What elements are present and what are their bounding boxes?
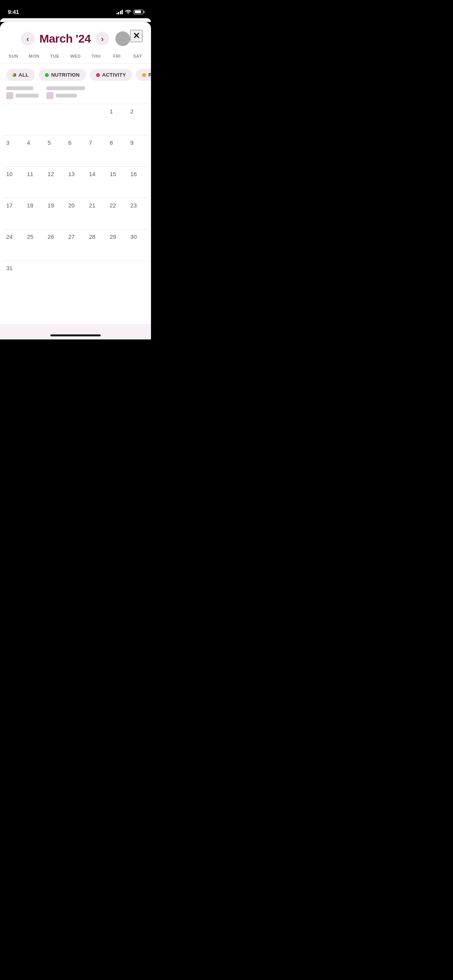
filter-rest-button[interactable]: REST xyxy=(136,69,151,81)
legend-bar-skeleton-1 xyxy=(6,86,33,90)
calendar-week-1: - - - - - 1 2 xyxy=(3,104,148,135)
home-indicator xyxy=(50,334,101,336)
calendar-week-6: 31 - - - - - - xyxy=(3,260,148,292)
calendar-cell-1[interactable]: 1 xyxy=(106,104,127,135)
day-headers: SUN MON TUE WED THU FRI SAT xyxy=(0,46,151,63)
all-dot-icon xyxy=(12,73,16,77)
calendar-cell-empty-5[interactable]: - xyxy=(86,104,106,135)
legend-section xyxy=(0,86,151,104)
calendar-cell-16[interactable]: 16 xyxy=(127,167,148,198)
filter-nutrition-button[interactable]: NUTRITION xyxy=(39,69,86,81)
close-icon: ✕ xyxy=(133,31,140,41)
close-button[interactable]: ✕ xyxy=(130,30,142,42)
wifi-icon xyxy=(125,9,131,15)
legend-line-1 xyxy=(15,94,39,98)
calendar-cell-11[interactable]: 11 xyxy=(24,167,44,198)
battery-icon xyxy=(134,10,143,14)
prev-arrow-icon: ‹ xyxy=(26,34,29,43)
next-month-button[interactable]: › xyxy=(95,32,109,46)
calendar-cell-25[interactable]: 25 xyxy=(24,230,44,260)
activity-dot-icon xyxy=(96,73,100,77)
calendar-grid: - - - - - 1 2 3 4 5 6 7 8 9 10 11 12 13 … xyxy=(0,104,151,292)
calendar-cell-empty-10: - xyxy=(106,261,127,292)
calendar-cell-8[interactable]: 8 xyxy=(106,135,127,166)
calendar-cell-empty-8: - xyxy=(65,261,86,292)
calendar-cell-27[interactable]: 27 xyxy=(65,230,86,260)
bottom-bar xyxy=(0,324,151,339)
legend-item-1 xyxy=(6,86,39,99)
next-arrow-icon: › xyxy=(101,34,104,43)
filter-activity-label: ACTIVITY xyxy=(102,72,126,78)
filter-all-button[interactable]: ALL xyxy=(6,69,35,81)
day-header-sat: SAT xyxy=(127,52,148,60)
calendar-week-4: 17 18 19 20 21 22 23 xyxy=(3,198,148,229)
calendar-cell-18[interactable]: 18 xyxy=(24,198,44,229)
calendar-cell-29[interactable]: 29 xyxy=(106,230,127,260)
calendar-week-3: 10 11 12 13 14 15 16 xyxy=(3,166,148,198)
calendar-cell-13[interactable]: 13 xyxy=(65,167,86,198)
calendar-cell-empty-11: - xyxy=(127,261,148,292)
status-time: 9:41 xyxy=(8,9,19,15)
calendar-week-2: 3 4 5 6 7 8 9 xyxy=(3,135,148,166)
rest-dot-icon xyxy=(142,73,146,77)
status-icons xyxy=(117,9,144,15)
calendar-cell-6[interactable]: 6 xyxy=(65,135,86,166)
filter-nutrition-label: NUTRITION xyxy=(51,72,79,78)
filter-rest-label: REST xyxy=(148,72,151,78)
prev-month-button[interactable]: ‹ xyxy=(21,32,35,46)
day-header-wed: WED xyxy=(65,52,86,60)
day-header-sun: SUN xyxy=(3,52,24,60)
calendar-cell-empty-1[interactable]: - xyxy=(3,104,24,135)
calendar-cell-21[interactable]: 21 xyxy=(86,198,106,229)
day-header-tue: TUE xyxy=(45,52,65,60)
legend-row-2 xyxy=(46,92,85,99)
calendar-cell-empty-4[interactable]: - xyxy=(65,104,86,135)
calendar-cell-4[interactable]: 4 xyxy=(24,135,44,166)
calendar-cell-12[interactable]: 12 xyxy=(45,167,65,198)
filter-bar: ALL NUTRITION ACTIVITY REST xyxy=(0,63,151,86)
calendar-cell-15[interactable]: 15 xyxy=(106,167,127,198)
calendar-header: ‹ March '24 › xyxy=(0,22,151,46)
calendar-cell-2[interactable]: 2 xyxy=(127,104,148,135)
filter-activity-button[interactable]: ACTIVITY xyxy=(90,69,132,81)
calendar-cell-9[interactable]: 9 xyxy=(127,135,148,166)
calendar-cell-7[interactable]: 7 xyxy=(86,135,106,166)
calendar-cell-empty-6: - xyxy=(24,261,44,292)
calendar-cell-30[interactable]: 30 xyxy=(127,230,148,260)
legend-item-2 xyxy=(46,86,85,99)
calendar-cell-17[interactable]: 17 xyxy=(3,198,24,229)
legend-square-icon-2 xyxy=(46,92,53,99)
calendar-cell-31[interactable]: 31 xyxy=(3,261,24,292)
calendar-cell-14[interactable]: 14 xyxy=(86,167,106,198)
calendar-cell-10[interactable]: 10 xyxy=(3,167,24,198)
legend-bar-skeleton-2 xyxy=(46,86,85,90)
calendar-week-5: 24 25 26 27 28 29 30 xyxy=(3,229,148,260)
calendar-cell-empty-9: - xyxy=(86,261,106,292)
status-bar: 9:41 xyxy=(0,0,151,18)
signal-bars-icon xyxy=(117,10,123,14)
calendar-cell-24[interactable]: 24 xyxy=(3,230,24,260)
calendar-cell-5[interactable]: 5 xyxy=(45,135,65,166)
legend-row-1 xyxy=(6,92,39,99)
filter-all-label: ALL xyxy=(19,72,29,78)
calendar-cell-empty-3[interactable]: - xyxy=(45,104,65,135)
calendar-cell-empty-7: - xyxy=(45,261,65,292)
nutrition-dot-icon xyxy=(45,73,49,77)
calendar-cell-28[interactable]: 28 xyxy=(86,230,106,260)
legend-line-2 xyxy=(56,94,77,98)
calendar-cell-22[interactable]: 22 xyxy=(106,198,127,229)
main-sheet: ✕ ‹ March '24 › SUN MON TUE WED THU FRI … xyxy=(0,22,151,324)
day-header-thu: THU xyxy=(86,52,106,60)
calendar-cell-3[interactable]: 3 xyxy=(3,135,24,166)
calendar-cell-23[interactable]: 23 xyxy=(127,198,148,229)
legend-square-icon xyxy=(6,92,13,99)
calendar-cell-empty-2[interactable]: - xyxy=(24,104,44,135)
day-header-fri: FRI xyxy=(106,52,127,60)
day-header-mon: MON xyxy=(24,52,44,60)
calendar-cell-19[interactable]: 19 xyxy=(45,198,65,229)
avatar[interactable] xyxy=(115,31,130,46)
month-title: March '24 xyxy=(39,32,91,45)
calendar-cell-20[interactable]: 20 xyxy=(65,198,86,229)
sheet-handle xyxy=(0,18,151,22)
calendar-cell-26[interactable]: 26 xyxy=(45,230,65,260)
